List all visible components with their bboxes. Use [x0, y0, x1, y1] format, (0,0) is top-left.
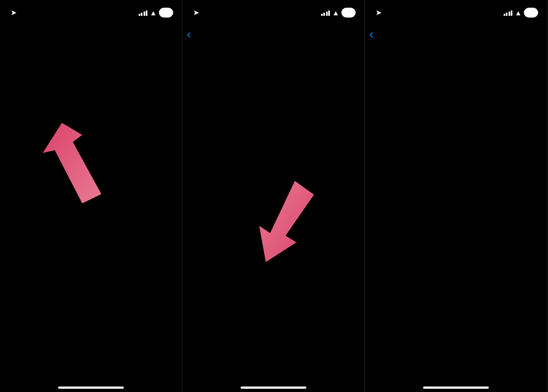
header: ‹: [182, 23, 364, 46]
wifi-icon: ▲: [332, 9, 339, 17]
header: ‹: [365, 23, 547, 46]
chevron-left-icon: ‹: [187, 29, 191, 41]
signal-icon: [139, 10, 148, 16]
phone-screen-settings: ➤ ▲: [0, 0, 182, 392]
svg-marker-1: [259, 181, 314, 262]
wifi-icon: ▲: [150, 9, 157, 17]
status-bar: ➤ ▲: [365, 0, 547, 23]
phone-screen-general: ➤ ▲ ‹: [182, 0, 365, 392]
back-button[interactable]: ‹: [369, 29, 374, 41]
svg-marker-0: [43, 123, 101, 203]
location-icon: ➤: [11, 9, 16, 16]
battery-badge: [341, 8, 356, 18]
back-button[interactable]: ‹: [187, 29, 192, 41]
battery-badge: [524, 8, 538, 18]
home-indicator[interactable]: [58, 387, 124, 389]
header: [0, 23, 182, 46]
status-bar: ➤ ▲: [182, 0, 364, 23]
location-icon: ➤: [193, 9, 199, 16]
arrow-annotation: [243, 181, 325, 263]
wifi-icon: ▲: [515, 9, 522, 17]
phone-screen-storage: ➤ ▲ ‹: [365, 0, 547, 392]
signal-icon: [504, 10, 513, 16]
home-indicator[interactable]: [241, 387, 306, 389]
status-bar: ➤ ▲: [0, 0, 182, 23]
location-icon: ➤: [376, 9, 381, 16]
arrow-annotation: [43, 123, 119, 211]
home-indicator[interactable]: [423, 387, 489, 389]
battery-badge: [159, 8, 173, 18]
chevron-left-icon: ‹: [369, 29, 373, 41]
signal-icon: [321, 10, 330, 16]
